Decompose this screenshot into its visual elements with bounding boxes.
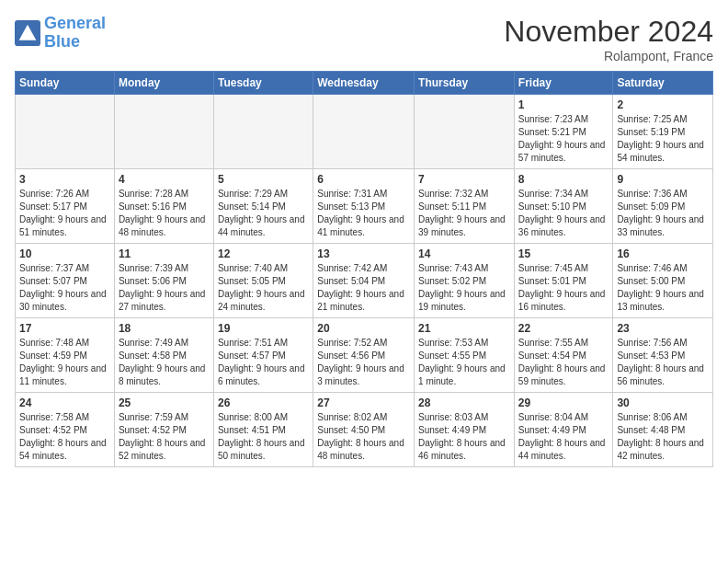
day-number: 13 — [317, 247, 410, 260]
cell-info: Sunrise: 7:23 AM Sunset: 5:21 PM Dayligh… — [518, 113, 609, 165]
day-number: 15 — [518, 247, 609, 260]
calendar-cell: 12Sunrise: 7:40 AM Sunset: 5:05 PM Dayli… — [213, 244, 313, 318]
calendar-cell: 17Sunrise: 7:48 AM Sunset: 4:59 PM Dayli… — [16, 318, 115, 393]
cell-info: Sunrise: 7:55 AM Sunset: 4:54 PM Dayligh… — [518, 337, 609, 388]
calendar-cell: 25Sunrise: 7:59 AM Sunset: 4:52 PM Dayli… — [114, 393, 213, 467]
calendar-cell: 1Sunrise: 7:23 AM Sunset: 5:21 PM Daylig… — [514, 95, 613, 169]
cell-info: Sunrise: 7:39 AM Sunset: 5:06 PM Dayligh… — [119, 262, 210, 314]
calendar-cell: 27Sunrise: 8:02 AM Sunset: 4:50 PM Dayli… — [313, 393, 415, 467]
day-number: 4 — [119, 173, 210, 186]
logo-icon — [15, 20, 40, 46]
header-wednesday: Wednesday — [313, 72, 415, 95]
cell-info: Sunrise: 8:04 AM Sunset: 4:49 PM Dayligh… — [518, 411, 609, 463]
day-number: 20 — [317, 322, 410, 335]
day-number: 12 — [218, 247, 309, 260]
cell-info: Sunrise: 7:28 AM Sunset: 5:16 PM Dayligh… — [119, 188, 210, 239]
calendar-cell: 28Sunrise: 8:03 AM Sunset: 4:49 PM Dayli… — [415, 393, 515, 467]
calendar-cell: 23Sunrise: 7:56 AM Sunset: 4:53 PM Dayli… — [613, 318, 713, 393]
day-number: 10 — [19, 247, 110, 260]
calendar-cell — [213, 95, 313, 169]
calendar-cell: 10Sunrise: 7:37 AM Sunset: 5:07 PM Dayli… — [16, 244, 115, 318]
logo: General Blue — [15, 15, 106, 52]
day-number: 8 — [518, 173, 609, 186]
title-block: November 2024 Rolampont, France — [504, 15, 713, 63]
week-row-4: 24Sunrise: 7:58 AM Sunset: 4:52 PM Dayli… — [16, 393, 713, 467]
calendar-cell: 11Sunrise: 7:39 AM Sunset: 5:06 PM Dayli… — [114, 244, 213, 318]
calendar-cell — [16, 95, 115, 169]
day-number: 5 — [218, 173, 309, 186]
cell-info: Sunrise: 7:29 AM Sunset: 5:14 PM Dayligh… — [218, 188, 309, 239]
calendar-cell — [313, 95, 415, 169]
cell-info: Sunrise: 7:52 AM Sunset: 4:56 PM Dayligh… — [317, 337, 410, 388]
logo-text: General Blue — [44, 15, 106, 52]
day-number: 17 — [19, 322, 110, 335]
cell-info: Sunrise: 7:26 AM Sunset: 5:17 PM Dayligh… — [19, 188, 110, 239]
header-monday: Monday — [114, 72, 213, 95]
calendar-cell: 5Sunrise: 7:29 AM Sunset: 5:14 PM Daylig… — [213, 169, 313, 244]
calendar-cell: 22Sunrise: 7:55 AM Sunset: 4:54 PM Dayli… — [514, 318, 613, 393]
day-number: 21 — [418, 322, 510, 335]
cell-info: Sunrise: 7:31 AM Sunset: 5:13 PM Dayligh… — [317, 188, 410, 239]
day-number: 22 — [518, 322, 609, 335]
cell-info: Sunrise: 7:34 AM Sunset: 5:10 PM Dayligh… — [518, 188, 609, 239]
calendar-cell: 15Sunrise: 7:45 AM Sunset: 5:01 PM Dayli… — [514, 244, 613, 318]
calendar-cell: 24Sunrise: 7:58 AM Sunset: 4:52 PM Dayli… — [16, 393, 115, 467]
cell-info: Sunrise: 7:36 AM Sunset: 5:09 PM Dayligh… — [617, 188, 709, 239]
calendar-header-row: SundayMondayTuesdayWednesdayThursdayFrid… — [16, 72, 713, 95]
header-saturday: Saturday — [613, 72, 713, 95]
calendar-cell: 7Sunrise: 7:32 AM Sunset: 5:11 PM Daylig… — [415, 169, 515, 244]
calendar-cell — [415, 95, 515, 169]
day-number: 19 — [218, 322, 309, 335]
day-number: 27 — [317, 396, 410, 409]
week-row-3: 17Sunrise: 7:48 AM Sunset: 4:59 PM Dayli… — [16, 318, 713, 393]
logo-line2: Blue — [44, 33, 106, 52]
calendar-cell: 14Sunrise: 7:43 AM Sunset: 5:02 PM Dayli… — [415, 244, 515, 318]
day-number: 3 — [19, 173, 110, 186]
day-number: 30 — [617, 396, 709, 409]
header-thursday: Thursday — [415, 72, 515, 95]
calendar-cell: 26Sunrise: 8:00 AM Sunset: 4:51 PM Dayli… — [213, 393, 313, 467]
cell-info: Sunrise: 7:53 AM Sunset: 4:55 PM Dayligh… — [418, 337, 510, 388]
cell-info: Sunrise: 7:40 AM Sunset: 5:05 PM Dayligh… — [218, 262, 309, 314]
day-number: 18 — [119, 322, 210, 335]
cell-info: Sunrise: 7:37 AM Sunset: 5:07 PM Dayligh… — [19, 262, 110, 314]
day-number: 29 — [518, 396, 609, 409]
calendar-cell: 19Sunrise: 7:51 AM Sunset: 4:57 PM Dayli… — [213, 318, 313, 393]
day-number: 6 — [317, 173, 410, 186]
cell-info: Sunrise: 7:56 AM Sunset: 4:53 PM Dayligh… — [617, 337, 709, 388]
location: Rolampont, France — [504, 49, 713, 63]
cell-info: Sunrise: 7:32 AM Sunset: 5:11 PM Dayligh… — [418, 188, 510, 239]
cell-info: Sunrise: 7:25 AM Sunset: 5:19 PM Dayligh… — [617, 113, 709, 165]
day-number: 26 — [218, 396, 309, 409]
day-number: 2 — [617, 98, 709, 111]
calendar-cell: 18Sunrise: 7:49 AM Sunset: 4:58 PM Dayli… — [114, 318, 213, 393]
week-row-1: 3Sunrise: 7:26 AM Sunset: 5:17 PM Daylig… — [16, 169, 713, 244]
calendar-cell: 2Sunrise: 7:25 AM Sunset: 5:19 PM Daylig… — [613, 95, 713, 169]
month-title: November 2024 — [504, 15, 713, 49]
day-number: 28 — [418, 396, 510, 409]
page-header: General Blue November 2024 Rolampont, Fr… — [15, 15, 713, 63]
calendar-cell: 13Sunrise: 7:42 AM Sunset: 5:04 PM Dayli… — [313, 244, 415, 318]
cell-info: Sunrise: 7:45 AM Sunset: 5:01 PM Dayligh… — [518, 262, 609, 314]
cell-info: Sunrise: 7:51 AM Sunset: 4:57 PM Dayligh… — [218, 337, 309, 388]
calendar-cell: 3Sunrise: 7:26 AM Sunset: 5:17 PM Daylig… — [16, 169, 115, 244]
calendar-cell: 20Sunrise: 7:52 AM Sunset: 4:56 PM Dayli… — [313, 318, 415, 393]
day-number: 1 — [518, 98, 609, 111]
cell-info: Sunrise: 8:03 AM Sunset: 4:49 PM Dayligh… — [418, 411, 510, 463]
calendar-cell: 29Sunrise: 8:04 AM Sunset: 4:49 PM Dayli… — [514, 393, 613, 467]
cell-info: Sunrise: 8:00 AM Sunset: 4:51 PM Dayligh… — [218, 411, 309, 463]
day-number: 11 — [119, 247, 210, 260]
day-number: 14 — [418, 247, 510, 260]
cell-info: Sunrise: 8:02 AM Sunset: 4:50 PM Dayligh… — [317, 411, 410, 463]
cell-info: Sunrise: 7:43 AM Sunset: 5:02 PM Dayligh… — [418, 262, 510, 314]
calendar-cell: 16Sunrise: 7:46 AM Sunset: 5:00 PM Dayli… — [613, 244, 713, 318]
day-number: 16 — [617, 247, 709, 260]
calendar-cell: 6Sunrise: 7:31 AM Sunset: 5:13 PM Daylig… — [313, 169, 415, 244]
day-number: 7 — [418, 173, 510, 186]
calendar-body: 1Sunrise: 7:23 AM Sunset: 5:21 PM Daylig… — [16, 95, 713, 467]
cell-info: Sunrise: 7:49 AM Sunset: 4:58 PM Dayligh… — [119, 337, 210, 388]
day-number: 25 — [119, 396, 210, 409]
calendar-cell: 4Sunrise: 7:28 AM Sunset: 5:16 PM Daylig… — [114, 169, 213, 244]
calendar-cell: 9Sunrise: 7:36 AM Sunset: 5:09 PM Daylig… — [613, 169, 713, 244]
day-number: 23 — [617, 322, 709, 335]
